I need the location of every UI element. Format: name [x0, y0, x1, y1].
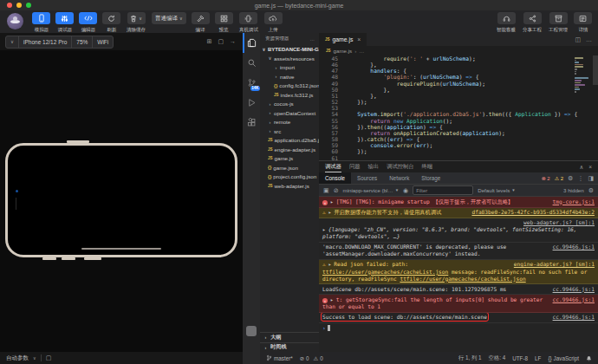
more-actions-icon[interactable]: …: [586, 36, 592, 42]
console-row-log[interactable]: cc.99466.js:1'macro.DOWNLOAD_MAX_CONCURR…: [319, 243, 598, 260]
console-source-link[interactable]: web-adapter.js? [sm]:1: [329, 219, 595, 226]
toolbar-button-project-manage[interactable]: 工程管理: [548, 12, 569, 34]
panel-tab-调试器[interactable]: 调试器: [325, 161, 341, 172]
levels-dropdown[interactable]: Default levels▼: [478, 187, 516, 193]
console-source-link[interactable]: cc.99466.js:1: [553, 286, 595, 293]
context-dropdown[interactable]: miniapp-service (bl…▼: [343, 187, 400, 193]
tree-item-remote[interactable]: ›remote: [260, 118, 319, 127]
tree-item-cocos-js[interactable]: ›cocos-js: [260, 100, 319, 109]
expand-caret-icon[interactable]: ▸: [328, 261, 332, 267]
toolbar-button-preview[interactable]: 预览: [215, 12, 233, 34]
tree-item-engine-adapter-js[interactable]: JSengine-adapter.js: [260, 145, 319, 154]
sidebar-item-explorer[interactable]: [243, 33, 260, 53]
expand-icon[interactable]: ▢: [218, 38, 224, 45]
chevron-down-icon[interactable]: ∨: [6, 36, 19, 48]
close-icon[interactable]: ×: [357, 36, 361, 42]
expand-caret-icon[interactable]: ▸: [322, 226, 326, 232]
split-editor-icon[interactable]: ◫: [575, 36, 581, 43]
app-logo-icon[interactable]: [7, 13, 23, 29]
panel-tab-终端[interactable]: 终端: [422, 161, 433, 172]
phone-device-frame[interactable]: [5, 143, 237, 257]
tree-item-game-json[interactable]: {}game.json: [260, 163, 319, 172]
tree-item-application-d2ba5-js[interactable]: JSapplication.d2ba5.js: [260, 136, 319, 146]
window-controls[interactable]: [7, 3, 31, 8]
close-window-button[interactable]: [7, 3, 12, 8]
sidebar-item-run-debug[interactable]: [243, 93, 260, 113]
toolbar-button-compile[interactable]: 编译: [192, 12, 210, 34]
close-icon[interactable]: ×: [588, 164, 592, 171]
sidebar-item-source-control[interactable]: 14K: [243, 73, 260, 93]
sidebar-item-search[interactable]: [243, 53, 260, 73]
device-selector[interactable]: ∨ iPhone 12/12 Pro 75% WiFi: [5, 36, 114, 49]
breadcrumb[interactable]: JS game.js › …: [319, 46, 598, 55]
toolbar-button-details[interactable]: 详情: [574, 12, 592, 34]
language-mode[interactable]: {}JavaScript: [548, 355, 579, 361]
console-row-warn[interactable]: dfa83be0-2e75-42fc-b935-d5334df4b43e:2⚠▸…: [319, 208, 598, 218]
forward-icon[interactable]: →: [230, 38, 236, 45]
frame-selector-icon[interactable]: ▣: [323, 187, 329, 194]
grid-icon[interactable]: ⊞: [207, 38, 212, 45]
encoding[interactable]: UTF-8: [512, 355, 528, 361]
devtools-tab-network[interactable]: Network: [383, 172, 415, 184]
explorer-root-folder[interactable]: ∨ BYTEDANCE-MINI-GAME: [260, 44, 319, 54]
eye-icon[interactable]: ◉: [403, 187, 408, 194]
expand-caret-icon[interactable]: ▸: [328, 209, 332, 215]
kebab-menu-icon[interactable]: ⋮: [577, 175, 583, 182]
console-log-area[interactable]: tmg-core.js:1×▸[TMG] [TMG]: minigame sta…: [319, 197, 598, 352]
console-source-link[interactable]: dfa83be0-2e75-42fc-b935-d5334df4b43e:2: [471, 209, 595, 216]
console-row-log[interactable]: web-adapter.js? [sm]:1▸{language: "zh_CN…: [319, 218, 598, 243]
gear-icon[interactable]: ⚙: [568, 175, 573, 182]
device-network[interactable]: WiFi: [93, 36, 113, 48]
explorer-section-大纲[interactable]: ›大纲: [260, 332, 319, 342]
clear-console-icon[interactable]: ⊘: [334, 187, 339, 194]
dock-side-icon[interactable]: ◨: [588, 175, 594, 182]
auto-params-label[interactable]: 自动参数: [6, 354, 29, 362]
minimize-window-button[interactable]: [16, 3, 22, 8]
toolbar-button-debugger[interactable]: 调试器: [55, 12, 74, 34]
tree-item-opendatacontext[interactable]: ›openDataContext: [260, 108, 319, 118]
panel-tab-问题[interactable]: 问题: [349, 161, 361, 172]
tree-item-src[interactable]: ›src: [260, 127, 319, 136]
toolbar-button-simulator[interactable]: 模拟器: [32, 12, 50, 34]
tab-game-js[interactable]: JS game.js ×: [319, 33, 367, 46]
console-row-error[interactable]: cc.99466.js:1×▸t: getStorageSync:fail th…: [319, 295, 598, 313]
cursor-position[interactable]: 行 1, 列 1: [458, 354, 482, 362]
tree-item-native[interactable]: ›native: [260, 72, 319, 81]
panel-tab-输出[interactable]: 输出: [367, 161, 379, 172]
panel-tab-调试控制台[interactable]: 调试控制台: [387, 161, 413, 172]
console-row-log[interactable]: cc.99466.js:1Success to load scene: db:/…: [319, 313, 598, 323]
toolbar-button-compile-mode[interactable]: 普通编译∨: [152, 12, 186, 24]
console-source-link[interactable]: tmg-core.js:1: [553, 198, 595, 205]
explorer-section-时间线[interactable]: ›时间线: [260, 342, 319, 353]
notifications-bell-icon[interactable]: [586, 355, 592, 361]
maximize-window-button[interactable]: [26, 3, 31, 8]
collapse-icon[interactable]: ∧: [579, 164, 583, 171]
console-source-link[interactable]: engine-adapter.js? [sm]:1: [514, 261, 595, 268]
expand-caret-icon[interactable]: ▸: [330, 296, 334, 302]
toolbar-button-upload[interactable]: 上传: [264, 12, 283, 34]
devtools-tab-console[interactable]: Console: [319, 172, 351, 184]
code-editor[interactable]: 45 require(': ' + urlNoSchema);46 },47 h…: [319, 55, 598, 160]
problems-item[interactable]: ⊘0 ⚠0: [300, 355, 323, 361]
toolbar-button-support[interactable]: 智能客服: [496, 12, 517, 34]
tree-item-config-fc312-json[interactable]: {}config.fc312.json: [260, 81, 319, 91]
devtools-tab-sources[interactable]: Sources: [351, 172, 383, 184]
device-scale[interactable]: 75%: [72, 36, 93, 48]
filter-input[interactable]: [413, 185, 473, 195]
eol-sequence[interactable]: LF: [535, 355, 541, 361]
indentation[interactable]: 空格: 4: [489, 354, 506, 362]
console-row-warn[interactable]: engine-adapter.js? [sm]:1⚠▸Read json fai…: [319, 260, 598, 284]
toolbar-button-clear-cache[interactable]: ∨清除缓存: [126, 12, 146, 34]
account-avatar[interactable]: [246, 326, 257, 336]
tree-item-web-adapter-js[interactable]: JSweb-adapter.js: [260, 181, 319, 191]
sidebar-item-extensions[interactable]: [243, 113, 260, 133]
toolbar-button-editor[interactable]: 编辑器: [79, 12, 97, 34]
console-text-link[interactable]: ttfile://user/gamecaches/cacheList.json: [322, 269, 448, 275]
toolbar-button-share-project[interactable]: 分享工程: [522, 12, 543, 34]
devtools-tab-storage[interactable]: Storage: [415, 172, 446, 184]
tree-item-game-js[interactable]: JSgame.js: [260, 154, 319, 164]
toolbar-button-refresh[interactable]: 刷新: [102, 12, 120, 34]
console-source-link[interactable]: cc.99466.js:1: [553, 296, 595, 303]
screenshot-icon[interactable]: ▢: [46, 354, 52, 361]
console-source-link[interactable]: cc.99466.js:1: [553, 244, 595, 250]
